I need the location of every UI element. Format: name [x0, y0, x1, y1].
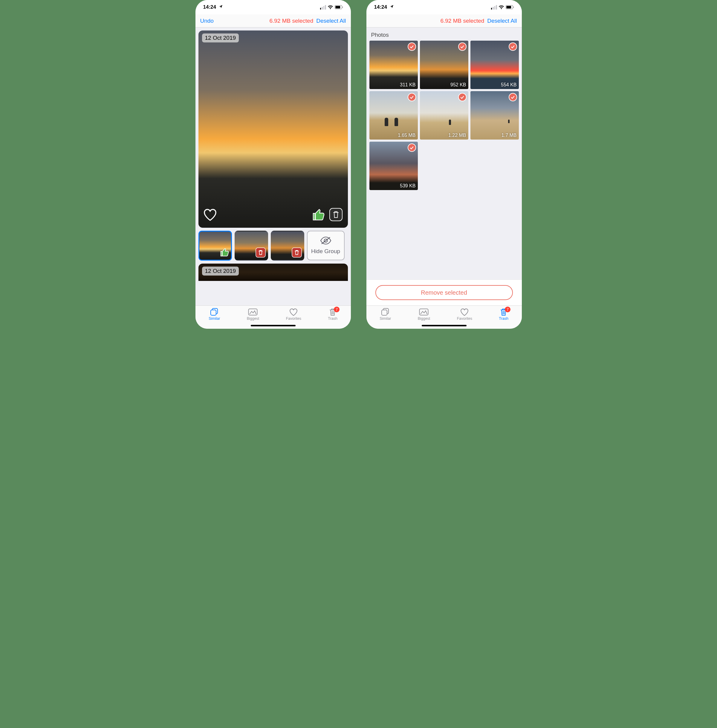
tab-trash[interactable]: 7 Trash — [328, 308, 337, 329]
battery-icon — [506, 5, 514, 9]
section-title: Photos — [366, 27, 522, 41]
trash-icon: 7 — [329, 308, 337, 316]
file-size: 1.22 MB — [448, 133, 466, 138]
trash-item[interactable]: 311 KB — [369, 41, 418, 89]
home-indicator[interactable] — [422, 325, 467, 327]
check-icon[interactable] — [408, 143, 416, 152]
hide-group-label: Hide Group — [311, 248, 340, 255]
nav-bar: Undo 6.92 MB selected Deselect All — [195, 14, 351, 27]
tab-label: Favorites — [457, 316, 472, 321]
tab-label: Trash — [499, 316, 508, 321]
signal-icon — [320, 5, 326, 9]
trash-item[interactable]: 1.65 MB — [369, 91, 418, 140]
thumbs-up-icon[interactable] — [311, 208, 325, 223]
remove-bar: Remove selected — [366, 279, 522, 305]
trash-item[interactable]: 1.7 MB — [470, 91, 519, 140]
group-thumbs: Hide Group — [198, 231, 348, 261]
check-icon[interactable] — [458, 93, 467, 101]
svg-rect-15 — [382, 310, 387, 315]
photo-date: 12 Oct 2019 — [202, 267, 239, 276]
file-size: 1.65 MB — [398, 133, 416, 138]
svg-rect-5 — [292, 248, 302, 257]
home-indicator[interactable] — [251, 325, 296, 327]
selected-size: 6.92 MB selected — [374, 18, 485, 24]
tab-similar[interactable]: Similar — [380, 308, 391, 329]
svg-rect-4 — [256, 248, 265, 257]
thumbs-up-icon — [219, 247, 229, 258]
deselect-all-button[interactable]: Deselect All — [487, 18, 517, 24]
trash-icon — [256, 247, 266, 259]
heart-icon — [289, 308, 298, 316]
tab-label: Similar — [380, 316, 391, 321]
status-time: 14:24 — [203, 4, 223, 10]
eye-slash-icon — [320, 237, 332, 246]
trash-icon[interactable] — [329, 208, 343, 223]
status-bar: 14:24 — [195, 0, 351, 14]
hide-group-button[interactable]: Hide Group — [307, 231, 345, 260]
tab-label: Biggest — [418, 316, 430, 321]
thumb-2[interactable] — [235, 231, 268, 261]
tab-bar: Similar Biggest Favorites 7 Trash — [366, 305, 522, 329]
trash-icon: 7 — [500, 308, 508, 316]
file-size: 311 KB — [400, 82, 415, 87]
signal-icon — [491, 5, 497, 9]
trash-grid: 311 KB 952 KB 554 KB 1.65 MB — [366, 41, 522, 190]
file-size: 554 KB — [501, 82, 516, 87]
photo-large-next[interactable]: 12 Oct 2019 — [198, 264, 348, 281]
trash-item[interactable]: 1.22 MB — [420, 91, 468, 140]
svg-rect-12 — [506, 6, 511, 8]
status-bar: 14:24 — [366, 0, 522, 14]
similar-icon — [381, 308, 390, 316]
thumb-3[interactable] — [271, 231, 304, 261]
check-icon[interactable] — [509, 43, 517, 51]
remove-selected-button[interactable]: Remove selected — [375, 285, 513, 300]
battery-icon — [335, 5, 343, 9]
trash-item[interactable]: 554 KB — [470, 41, 519, 89]
check-icon[interactable] — [408, 43, 416, 51]
biggest-icon — [419, 308, 429, 316]
svg-rect-1 — [335, 6, 340, 8]
tab-label: Biggest — [247, 316, 259, 321]
status-time: 14:24 — [374, 4, 394, 10]
file-size: 952 KB — [450, 82, 466, 87]
svg-rect-3 — [330, 208, 342, 221]
photo-large[interactable]: 12 Oct 2019 — [198, 31, 348, 228]
svg-rect-9 — [211, 310, 216, 315]
tab-trash[interactable]: 7 Trash — [499, 308, 508, 329]
heart-icon[interactable] — [203, 208, 217, 222]
svg-rect-13 — [513, 6, 514, 8]
thumb-1[interactable] — [198, 231, 232, 261]
screen-similar: 14:24 Undo 6.92 MB selected Desele — [195, 0, 351, 329]
tab-bar: Similar Biggest Favorites 7 Trash — [195, 305, 351, 329]
tab-label: Favorites — [286, 316, 301, 321]
wifi-icon — [328, 5, 333, 9]
trash-badge: 7 — [505, 307, 511, 312]
trash-badge: 7 — [334, 307, 340, 312]
wifi-icon — [499, 5, 504, 9]
undo-button[interactable]: Undo — [200, 18, 214, 24]
file-size: 539 KB — [400, 183, 415, 189]
file-size: 1.7 MB — [502, 133, 517, 138]
check-icon[interactable] — [458, 43, 467, 51]
trash-item[interactable]: 539 KB — [369, 142, 418, 190]
nav-bar: 6.92 MB selected Deselect All — [366, 14, 522, 27]
svg-rect-2 — [342, 6, 343, 8]
check-icon[interactable] — [509, 93, 517, 101]
location-icon — [390, 4, 394, 10]
trash-item[interactable]: 952 KB — [420, 41, 468, 89]
tab-label: Trash — [328, 316, 337, 321]
screen-trash: 14:24 6.92 MB selected Deselect A — [366, 0, 522, 329]
heart-icon — [460, 308, 469, 316]
check-icon[interactable] — [408, 93, 416, 101]
photo-date: 12 Oct 2019 — [202, 34, 239, 43]
biggest-icon — [248, 308, 258, 316]
deselect-all-button[interactable]: Deselect All — [316, 18, 346, 24]
tab-label: Similar — [209, 316, 220, 321]
trash-icon — [292, 247, 302, 259]
location-icon — [219, 4, 223, 10]
tab-similar[interactable]: Similar — [209, 308, 220, 329]
similar-icon — [210, 308, 219, 316]
selected-size: 6.92 MB selected — [217, 18, 313, 24]
